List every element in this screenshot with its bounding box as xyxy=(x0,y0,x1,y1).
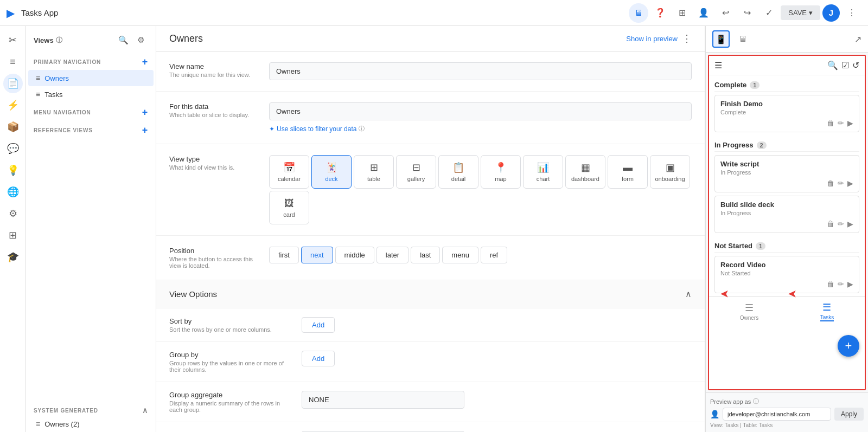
preview-nav-owners[interactable]: ☰ Owners xyxy=(740,302,758,321)
card-delete-icon-4[interactable]: 🗑 xyxy=(827,280,834,288)
view-name-input[interactable] xyxy=(269,62,692,80)
card-navigate-icon[interactable]: ▶ xyxy=(847,119,853,127)
slice-link[interactable]: ✦ Use slices to filter your data ⓘ xyxy=(269,125,692,133)
view-type-section: View type What kind of view this is. 📅 c… xyxy=(156,144,705,236)
sidebar-item-owners[interactable]: ≡ Owners xyxy=(28,70,154,86)
pos-middle[interactable]: middle xyxy=(335,247,374,263)
rail-scissors[interactable]: ✂ xyxy=(3,30,23,50)
pos-first[interactable]: first xyxy=(269,247,299,263)
view-type-chart[interactable]: 📊 chart xyxy=(523,155,563,189)
grid-icon-btn[interactable]: ⊞ xyxy=(672,3,692,23)
undo-btn[interactable]: ↩ xyxy=(716,3,735,23)
rail-list[interactable]: ≡ xyxy=(3,52,23,72)
rail-cap[interactable]: 🎓 xyxy=(3,247,23,267)
rail-grid[interactable]: ⊞ xyxy=(3,225,23,245)
pos-later[interactable]: later xyxy=(376,247,409,263)
sort-by-add-btn[interactable]: Add xyxy=(302,317,335,333)
card-delete-icon[interactable]: 🗑 xyxy=(827,119,834,127)
view-type-detail[interactable]: 📋 detail xyxy=(438,155,478,189)
card-navigate-icon-2[interactable]: ▶ xyxy=(847,179,853,188)
more-menu-btn[interactable]: ⋮ xyxy=(842,3,861,23)
group-by-add-btn[interactable]: Add xyxy=(302,351,335,366)
content-more-btn[interactable]: ⋮ xyxy=(682,33,692,44)
rail-gear[interactable]: ⚙ xyxy=(3,204,23,223)
redo-btn[interactable]: ↪ xyxy=(737,3,757,23)
card-delete-icon-2[interactable]: 🗑 xyxy=(827,179,834,188)
view-type-calendar[interactable]: 📅 calendar xyxy=(269,155,309,189)
person-icon-btn[interactable]: 👤 xyxy=(694,3,713,23)
preview-as-email-input[interactable] xyxy=(723,408,831,421)
rail-bolt[interactable]: ⚡ xyxy=(3,95,23,115)
system-generated-chevron[interactable]: ∧ xyxy=(142,406,148,415)
reference-views-add-btn[interactable]: + xyxy=(142,125,148,136)
card-edit-icon-4[interactable]: ✏ xyxy=(838,280,844,288)
view-type-onboarding[interactable]: ▣ onboarding xyxy=(650,155,690,189)
card-edit-icon[interactable]: ✏ xyxy=(838,119,844,127)
card-navigate-icon-4[interactable]: ▶ xyxy=(847,280,853,288)
pos-ref[interactable]: ref xyxy=(481,247,507,263)
preview-group-in-progress-header: In Progress 2 xyxy=(714,139,859,152)
main-image-row: Main image The image column to display f… xyxy=(156,422,705,432)
preview-check-icon[interactable]: ☑ xyxy=(841,60,849,70)
sidebar-header: Views ⓘ 🔍 ⚙ xyxy=(26,26,156,52)
in-progress-group-label: In Progress xyxy=(714,141,754,149)
preview-expand-btn[interactable]: ↗ xyxy=(854,34,861,44)
group-aggregate-select[interactable]: NONE xyxy=(302,391,464,409)
primary-nav-add-btn[interactable]: + xyxy=(142,56,148,68)
view-type-card[interactable]: 🖼 card xyxy=(269,191,309,224)
preview-tabs: 📱 🖥 ↗ xyxy=(706,26,868,53)
card-build-deck-title: Build slide deck xyxy=(720,201,853,209)
view-type-grid-col: 📅 calendar 🃏 deck ⊞ table ⊟ xyxy=(269,155,692,224)
rail-page[interactable]: 📄 xyxy=(3,74,23,93)
pos-last[interactable]: last xyxy=(411,247,440,263)
save-button[interactable]: SAVE ▾ xyxy=(781,5,820,20)
rail-bulb[interactable]: 💡 xyxy=(3,160,23,180)
preview-as-user-icon: 👤 xyxy=(710,410,719,418)
card-delete-icon-3[interactable]: 🗑 xyxy=(827,220,834,228)
group-aggregate-label: Group aggregate xyxy=(169,391,289,399)
preview-apply-btn[interactable]: Apply xyxy=(834,408,864,421)
rail-chat[interactable]: 💬 xyxy=(3,139,23,158)
sidebar-item-owners-2[interactable]: ≡ Owners (2) xyxy=(28,416,154,432)
preview-card-build-deck: Build slide deck In Progress 🗑 ✏ ▶ xyxy=(714,196,859,233)
preview-search-icon[interactable]: 🔍 xyxy=(827,60,838,70)
help-icon-btn[interactable]: ❓ xyxy=(650,3,670,23)
preview-group-complete: Complete 1 Finish Demo Complete 🗑 ✏ ▶ xyxy=(709,75,865,132)
search-icon[interactable]: 🔍 xyxy=(116,33,131,48)
card-navigate-icon-3[interactable]: ▶ xyxy=(847,220,853,228)
view-type-table[interactable]: ⊞ table xyxy=(354,155,394,189)
desktop-preview-tab[interactable]: 🖥 xyxy=(734,30,751,48)
preview-nav-tasks[interactable]: ☰ Tasks xyxy=(820,301,834,321)
mobile-preview-tab[interactable]: 📱 xyxy=(712,30,730,48)
menu-nav-add-btn[interactable]: + xyxy=(142,107,148,118)
sort-by-control: Add xyxy=(302,317,692,333)
group-by-row: Group by Group rows by the values in one… xyxy=(156,342,705,382)
group-by-control: Add xyxy=(302,351,692,366)
sidebar-item-tasks[interactable]: ≡ Tasks xyxy=(28,86,154,102)
monitor-icon-btn[interactable]: 🖥 xyxy=(629,3,648,23)
rail-globe[interactable]: 🌐 xyxy=(3,182,23,202)
preview-refresh-icon[interactable]: ↺ xyxy=(852,60,859,70)
show-in-preview-btn[interactable]: Show in preview xyxy=(626,35,678,43)
view-type-deck[interactable]: 🃏 deck xyxy=(311,155,352,189)
view-options-collapse-btn[interactable]: ∧ xyxy=(685,289,692,299)
view-type-dashboard[interactable]: ▦ dashboard xyxy=(565,155,605,189)
for-this-data-select[interactable]: Owners xyxy=(269,102,692,120)
settings-icon[interactable]: ⚙ xyxy=(133,33,148,48)
app-title: Tasks App xyxy=(21,8,624,17)
for-this-data-sublabel: Which table or slice to display. xyxy=(169,112,256,118)
deck-icon: 🃏 xyxy=(326,162,337,173)
card-finish-demo-actions: 🗑 ✏ ▶ xyxy=(720,119,853,127)
pos-menu[interactable]: menu xyxy=(442,247,478,263)
pos-next[interactable]: next xyxy=(301,247,333,263)
check-btn[interactable]: ✓ xyxy=(759,3,778,23)
preview-menu-icon[interactable]: ☰ xyxy=(714,60,722,70)
view-type-gallery[interactable]: ⊟ gallery xyxy=(396,155,436,189)
rail-box[interactable]: 📦 xyxy=(3,117,23,137)
card-edit-icon-3[interactable]: ✏ xyxy=(838,220,844,228)
view-type-form[interactable]: ▬ form xyxy=(608,155,648,189)
view-type-map[interactable]: 📍 map xyxy=(481,155,521,189)
card-edit-icon-2[interactable]: ✏ xyxy=(838,179,844,188)
reference-views-section: REFERENCE VIEWS + xyxy=(26,120,156,138)
preview-fab-add-btn[interactable]: + xyxy=(838,335,859,357)
